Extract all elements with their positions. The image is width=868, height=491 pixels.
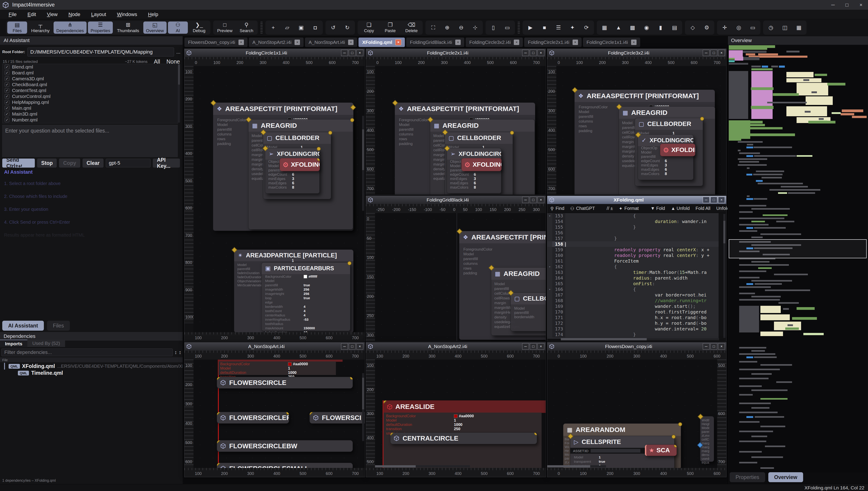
minimap-viewport[interactable] [729, 239, 867, 258]
theme-palette-icon[interactable] [166, 11, 173, 18]
toolbar-button-snapshot-icon[interactable]: ◘ [309, 22, 321, 34]
menu-item[interactable]: Help [143, 11, 164, 18]
toolbar-button-sparkle-icon[interactable]: ✦ [566, 22, 579, 34]
code-line[interactable]: 160readonly property real centerY: y + [547, 253, 719, 258]
connector-pin[interactable] [350, 377, 353, 380]
tab-close-icon[interactable]: × [294, 39, 300, 45]
code-line[interactable]: 159readonly property real centerX: x + [547, 247, 719, 253]
toolbar-button-files[interactable]: ▤Files [7, 22, 27, 34]
tab-close-icon[interactable]: × [455, 39, 461, 45]
toolbar-button-copy[interactable]: ❏Copy [359, 22, 379, 34]
fold-marker[interactable] [547, 236, 552, 241]
window-anonstopart2[interactable]: A_NonStopArt2.i4i ─□× 100200300400500600… [366, 342, 546, 477]
dependencies-tab[interactable]: Used By (52) [27, 340, 65, 347]
editor-horizontal-scrollbar[interactable] [561, 338, 719, 340]
node-areagrid[interactable]: ▦AREAGRID ModelparentfillcellColumnscell… [430, 119, 535, 195]
node-arearandom[interactable]: ▦AREARANDOM BackgroundColorForegroundCol… [563, 423, 681, 468]
fold-marker[interactable] [547, 247, 552, 253]
fold-marker[interactable] [547, 275, 552, 281]
connector-pin[interactable] [309, 412, 313, 415]
toolbar-button-mouse-icon[interactable]: ▭ [746, 22, 759, 34]
window-title-bar[interactable]: FlowersDown_copy.i4i ─□× [547, 342, 726, 351]
connector-pin[interactable] [317, 158, 320, 161]
toolbar-button-pattern-icon[interactable]: ▩ [626, 22, 639, 34]
maximize-icon[interactable]: □ [840, 0, 854, 10]
node-particlegearburst[interactable]: ▣PARTICLEGEARBURS BackgroundColor#ffffff… [261, 262, 350, 331]
node-areaaspectfit[interactable]: ❖AREAASPECTFIT [PRINTFORMAT] ForegroundC… [213, 103, 353, 231]
code-line[interactable]: 164radius: parent.width [547, 275, 719, 281]
node-cellborder[interactable]: ▢CELLBORDER Model1parentfillborderwidth [510, 292, 546, 331]
fold-marker[interactable] [547, 230, 552, 236]
fold-marker[interactable] [547, 258, 552, 264]
file-checklist-row[interactable]: ✓ CursorControl.qml [2, 93, 178, 99]
minimize-icon[interactable]: ─ [522, 343, 529, 350]
close-icon[interactable]: × [854, 0, 868, 10]
connector-pin[interactable] [678, 422, 682, 426]
fold-marker[interactable] [547, 281, 552, 287]
window-foldingcircle1x1[interactable]: FoldingCircle1x1.i4i ─□× 010020030040050… [184, 49, 365, 342]
toolbar-button-paste[interactable]: ❐Paste [380, 22, 400, 34]
maximize-icon[interactable]: □ [349, 343, 355, 350]
asset3d-slot[interactable] [591, 449, 640, 453]
close-icon[interactable]: × [718, 197, 725, 203]
code-line[interactable]: 169wander.start(); [547, 304, 719, 309]
editor-toolbar--fold[interactable]: ▼ Fold [651, 206, 665, 211]
toolbar-button-overview[interactable]: ◱Overview [143, 22, 166, 34]
code-line[interactable]: 165onFirst: [547, 281, 719, 287]
code-line[interactable]: 167var border=root.hei [547, 292, 719, 298]
node-centralcircle[interactable]: CENTRALCIRCLE [390, 432, 537, 444]
document-tab[interactable]: A_NonStopArt2.i4i × [249, 37, 304, 47]
connector-pin[interactable] [510, 131, 514, 135]
connector-pin[interactable] [217, 412, 220, 415]
window-title-bar[interactable]: XFolding.qml ─□× [547, 196, 726, 204]
copy-button[interactable]: Copy [59, 158, 80, 168]
window-foldinggridblack[interactable]: FoldingGridBlack.i4i ─□× -250-200-150-10… [366, 196, 546, 342]
code-line[interactable]: 158 [547, 241, 719, 247]
dependency-row[interactable]: QML Timeline.qml [0, 370, 183, 376]
close-icon[interactable]: × [356, 343, 363, 350]
menu-item[interactable]: Edit [22, 11, 41, 18]
checkbox-checked-icon[interactable]: ✓ [5, 100, 9, 105]
fold-marker[interactable] [547, 320, 552, 326]
node-cellborder[interactable]: ▢CELLBORDER Model1parentfillborderwidth … [445, 132, 513, 195]
fold-marker[interactable] [547, 241, 552, 247]
fold-marker[interactable]: ▾ [547, 287, 552, 292]
sidebar-tab[interactable]: AI Assistant [2, 321, 44, 331]
toolbar-button-document-icon[interactable]: ▤ [668, 22, 681, 34]
browse-button[interactable]: ... [176, 49, 180, 55]
node-canvas[interactable]: ❖AREAASPECTFIT [PRINTFORMAT] ForegroundC… [375, 213, 546, 341]
node-xfoldingcircle[interactable]: ✓XFOLDINGCIRCLE ObjectOpModelparentfille… [638, 134, 693, 180]
toolbar-button-video-icon[interactable]: ◉ [640, 22, 653, 34]
editor-toolbar-fold-all[interactable]: Fold All [695, 206, 710, 211]
code-editor[interactable]: ▾153{154duration: wander.in155}156157}15… [547, 213, 719, 339]
clear-button[interactable]: Clear [83, 158, 104, 168]
document-tab[interactable]: FoldingGridBlack.i4i × [406, 37, 464, 47]
document-tab[interactable]: A_NonStopArt.i4i × [305, 37, 357, 47]
checkbox-checked-icon[interactable]: ✓ [5, 88, 9, 93]
minimize-icon[interactable]: ─ [703, 50, 710, 56]
close-icon[interactable]: × [718, 343, 725, 350]
window-title-bar[interactable]: FoldingCircle3x2.i4i ─□× [547, 49, 726, 57]
toolbar-button-gear-icon[interactable]: ⚙ [700, 22, 713, 34]
editor-toolbar--unfold[interactable]: ▲ Unfold [671, 206, 690, 211]
toolbar-button-cube-icon[interactable]: ◇ [686, 22, 699, 34]
toolbar-button-fit-icon[interactable]: ⊹ [469, 22, 482, 34]
document-tab[interactable]: FoldingCircle2x1.i4i × [524, 37, 581, 47]
node-cellborder[interactable]: ▢CELLBORDER Model1parentfillborderwidth … [263, 132, 331, 199]
filter-dependencies-input[interactable]: Filter dependencies... [1, 348, 173, 356]
node-areaslide[interactable]: AREASLIDE [383, 400, 546, 413]
connector-pin[interactable] [700, 117, 704, 121]
code-line[interactable]: 171h.x = root.rand(-bo [547, 315, 719, 320]
checkbox-checked-icon[interactable]: ✓ [5, 94, 9, 98]
maximize-icon[interactable]: □ [530, 343, 537, 350]
connector-pin[interactable] [674, 445, 677, 447]
code-line[interactable]: 156 [547, 230, 719, 236]
toolbar-button-dependencies[interactable]: ⋔Dependencies [54, 22, 86, 34]
node-xfolding-red[interactable]: ⚙XFOLDING [461, 158, 502, 171]
code-line[interactable]: ▾162{ [547, 264, 719, 269]
code-line[interactable]: 154duration: wander.in [547, 219, 719, 224]
toolbar-button-delete[interactable]: ⌫Delete [401, 22, 421, 34]
node-xfolding-red[interactable]: ⚙XFOLDING [660, 144, 695, 156]
window-title-bar[interactable]: FoldingCircle2x1.i4i ─□× [366, 49, 546, 57]
tab-close-icon[interactable]: × [631, 39, 637, 45]
